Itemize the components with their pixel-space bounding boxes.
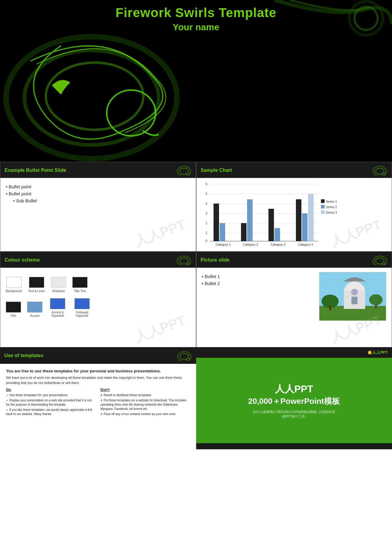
svg-text:Series 1: Series 1 <box>326 200 337 203</box>
chart-slide-title: Sample Chart <box>201 168 232 173</box>
color-scheme-panel: Colour scheme Background T <box>0 252 196 347</box>
do-label: Do <box>6 388 95 392</box>
panel-swirl-chart <box>372 165 387 176</box>
svg-text:6: 6 <box>206 183 207 186</box>
color-title-text: Title Text <box>72 277 88 293</box>
svg-text:Category 1: Category 1 <box>216 243 231 246</box>
color-fills: Fills <box>6 302 21 317</box>
bottom-row: Use of templates You are free to use the… <box>0 347 392 449</box>
svg-text:2: 2 <box>206 222 207 225</box>
svg-text:4: 4 <box>206 202 207 205</box>
svg-rect-28 <box>220 223 225 241</box>
svg-rect-40 <box>321 199 325 203</box>
svg-text:5: 5 <box>206 192 207 196</box>
rrppt-logo-top: 🌟人人PPT <box>367 350 388 355</box>
label-fills: Fills <box>11 314 16 317</box>
svg-rect-30 <box>247 199 253 241</box>
rrppt-main-title: 人人PPT <box>275 382 313 396</box>
label-background: Background <box>6 289 22 293</box>
dont-item-1: Resell or distribute these templates <box>100 393 190 397</box>
svg-rect-34 <box>302 213 307 241</box>
rrppt-sub-title: 20,000＋PowerPoint模板 <box>248 396 340 407</box>
chart-slide-header: Sample Chart <box>196 162 392 178</box>
svg-text:Category 2: Category 2 <box>243 243 258 246</box>
color-scheme-title: Colour scheme <box>5 257 40 263</box>
svg-rect-32 <box>275 228 280 241</box>
hero-subtitle: Your name <box>173 22 219 32</box>
color-text-lines: Text & Lines <box>28 277 45 293</box>
picture-bullet-list: Bullet 1 Bullet 2 <box>202 272 315 290</box>
swatch-fills <box>6 302 21 313</box>
label-accent: Accent <box>30 314 40 317</box>
bullet-slide-content: Bullet point Bullet point Sub Bullet 人人P… <box>0 178 196 251</box>
svg-rect-27 <box>214 204 219 241</box>
svg-text:Series 2: Series 2 <box>326 205 337 209</box>
do-item-1: Use these templates for your presentatio… <box>6 393 95 397</box>
bullet-slide-title: Example Bullet Point Slide <box>5 168 66 173</box>
swatch-title-text <box>72 277 88 288</box>
svg-point-4 <box>349 2 383 35</box>
color-scheme-content: Background Text & Lines Shadows Title Te… <box>0 268 196 347</box>
panel-swirl-color <box>176 255 192 265</box>
svg-rect-61 <box>375 305 377 308</box>
svg-text:1: 1 <box>206 231 207 235</box>
dont-list: Resell or distribute these templates Put… <box>100 393 190 416</box>
label-text-lines: Text & Lines <box>28 289 45 293</box>
picture-slide-inner: Bullet 1 Bullet 2 <box>202 272 387 321</box>
svg-rect-57 <box>351 297 358 304</box>
rrppt-description: 为什么选择我们?因为我们100%的精品模板, 让您轻松完成PPT设计工作. <box>251 410 337 419</box>
svg-point-0 <box>6 37 177 159</box>
picture-slide-content: Bullet 1 Bullet 2 <box>196 268 392 347</box>
picture-slide-panel: Picture slide Bullet 1 Bullet 2 <box>196 252 392 347</box>
svg-point-2 <box>46 63 143 130</box>
svg-rect-33 <box>296 199 301 241</box>
svg-rect-35 <box>308 194 314 241</box>
do-column: Do Use these templates for your presenta… <box>6 388 95 417</box>
templates-title: Use of templates <box>4 353 43 358</box>
slides-grid: Example Bullet Point Slide Bullet point … <box>0 162 392 347</box>
bullet-slide-header: Example Bullet Point Slide <box>0 162 196 178</box>
picture-slide-title: Picture slide <box>201 257 230 263</box>
picture-slide-header: Picture slide <box>196 252 392 268</box>
svg-text:Category 3: Category 3 <box>271 243 286 246</box>
watermark-bullet: 人人PPT <box>132 215 188 251</box>
rrppt-green-content: 人人PPT 20,000＋PowerPoint模板 为什么选择我们?因为我们10… <box>196 358 392 443</box>
svg-rect-31 <box>268 209 274 241</box>
bullet-slide-panel: Example Bullet Point Slide Bullet point … <box>0 162 196 252</box>
svg-rect-59 <box>329 306 331 310</box>
color-accent: Accent <box>27 302 42 317</box>
building-image <box>319 272 386 321</box>
bullet-list: Bullet point Bullet point Sub Bullet <box>6 182 190 207</box>
chart-slide-content: 6 5 4 3 2 1 0 <box>196 178 392 251</box>
templates-bold-text: You are free to use these templates for … <box>6 369 190 373</box>
bullet-item-2: Bullet point <box>6 191 190 196</box>
color-scheme-header: Colour scheme <box>0 252 196 268</box>
color-shadows: Shadows <box>51 277 66 293</box>
swatch-text-lines <box>29 277 44 288</box>
templates-intro: We have put a lot of work into developin… <box>6 375 190 385</box>
do-list: Use these templates for your presentatio… <box>6 393 95 416</box>
svg-point-1 <box>24 50 159 145</box>
swatch-background <box>6 277 22 288</box>
templates-columns: Do Use these templates for your presenta… <box>6 388 190 417</box>
svg-point-60 <box>369 294 383 305</box>
color-background: Background <box>6 277 22 293</box>
svg-text:3: 3 <box>206 212 207 215</box>
label-shadows: Shadows <box>52 289 65 293</box>
dont-item-2: Put these templates on a website for dow… <box>100 398 190 411</box>
swatch-followed-hyperlink <box>74 298 90 309</box>
label-title-text: Title Text <box>74 289 86 293</box>
templates-header: Use of templates <box>0 347 196 364</box>
svg-text:Series 3: Series 3 <box>326 211 337 214</box>
label-followed-hyperlink: Followed Hyperlink <box>73 311 91 317</box>
templates-content: You are free to use these templates for … <box>0 364 196 449</box>
swatch-shadows <box>51 277 66 288</box>
dont-column: Don't Resell or distribute these templat… <box>100 388 190 417</box>
hero-title: Firework Swirls Template <box>116 5 276 20</box>
svg-text:0: 0 <box>206 239 207 243</box>
svg-text:Category 4: Category 4 <box>298 243 313 246</box>
swatch-accent-hyperlink <box>50 298 65 309</box>
hero-slide: Firework Swirls Template Your name <box>0 0 392 162</box>
panel-swirl-picture <box>372 255 387 265</box>
bullet-item-1: Bullet point <box>6 184 190 189</box>
